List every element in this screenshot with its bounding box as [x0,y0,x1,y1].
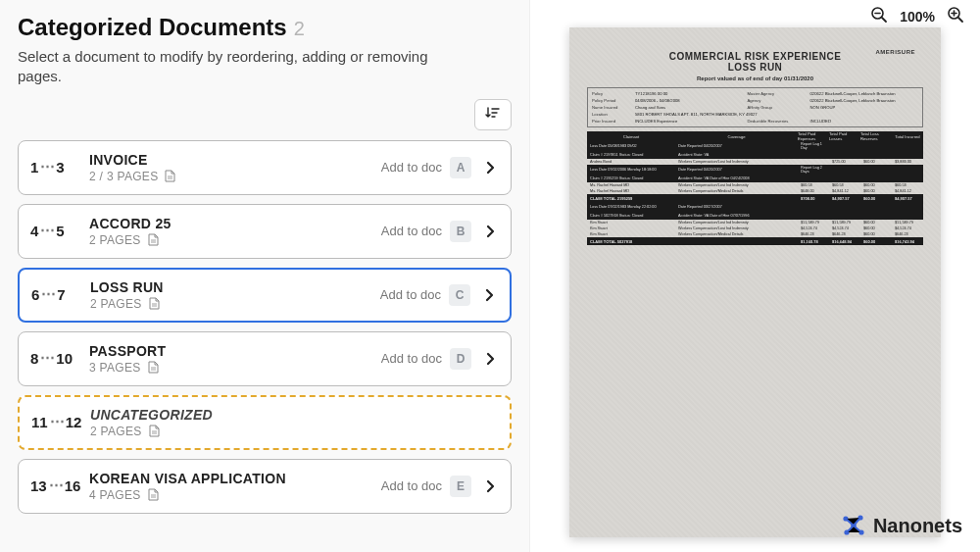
nanonets-icon [841,513,866,538]
page-count-label: 2 PAGES [90,425,142,438]
preview-logo: AMERISURE [875,49,915,55]
file-icon [165,170,176,183]
document-row[interactable]: 8⋯10 PASSPORT 3 PAGES Add to doc D [18,331,512,386]
file-icon [148,488,160,502]
file-icon [149,297,161,311]
page-count-label: 3 PAGES [89,361,141,375]
page-count-label: 4 PAGES [89,488,141,502]
zoom-level: 100% [900,9,935,25]
document-name: UNCATEGORIZED [90,407,500,423]
page-count-label: 2 / 3 PAGES [89,170,158,183]
doc-letter-badge: E [450,476,471,497]
document-name: KOREAN VISA APPLICATION [89,471,381,486]
page-range: 1⋯3 [30,159,89,176]
document-name: ACCORD 25 [89,216,381,231]
file-icon [148,361,160,375]
doc-letter-badge: D [450,348,471,370]
file-icon [148,233,160,247]
document-row[interactable]: 13⋯16 KOREAN VISA APPLICATION 4 PAGES Ad… [18,459,512,514]
sort-icon [485,106,501,124]
sort-button[interactable] [474,99,512,130]
zoom-in-button[interactable] [945,6,966,27]
page-subtitle: Select a document to modify by reorderin… [18,47,468,87]
preview-pane: 100% AMERISURE COMMERCIAL RISK EXPERIENC… [529,0,980,552]
add-to-doc-label: Add to doc [381,351,442,366]
page-range: 13⋯16 [30,477,89,495]
chevron-right-icon [479,225,501,238]
document-list: 1⋯3 INVOICE 2 / 3 PAGES Add to doc A 4⋯5… [18,140,512,514]
brand-logo: Nanonets [841,513,962,538]
document-row[interactable]: 6⋯7 LOSS RUN 2 PAGES Add to doc C [18,268,512,323]
add-to-doc-label: Add to doc [381,160,442,175]
zoom-controls: 100% [868,6,966,27]
zoom-in-icon [946,5,965,28]
document-name: LOSS RUN [90,279,380,295]
svg-line-13 [882,18,886,22]
chevron-right-icon [479,352,501,366]
doc-letter-badge: C [449,284,470,306]
preview-claims: Loss Date 05/08/1983 09/02Date Reported … [587,141,923,245]
preview-info-box: PolicyTY1218196 00 00 Master Agency02062… [587,87,923,127]
brand-text: Nanonets [873,515,962,537]
zoom-out-icon [869,5,889,28]
chevron-right-icon [478,288,500,302]
document-name: PASSPORT [89,343,381,359]
title-count: 2 [294,18,305,40]
document-row[interactable]: 1⋯3 INVOICE 2 / 3 PAGES Add to doc A [18,140,512,195]
page-range: 11⋯12 [31,414,90,431]
preview-table-header: Claimant Coverage Total Paid Expenses To… [587,131,923,141]
document-row[interactable]: 11⋯12 UNCATEGORIZED 2 PAGES [18,395,512,450]
page-range: 8⋯10 [30,350,89,368]
preview-title-1: COMMERCIAL RISK EXPERIENCE [587,51,923,62]
preview-valued-date: Report valued as of end of day 01/31/202… [587,75,923,81]
chevron-right-icon [479,161,501,175]
add-to-doc-label: Add to doc [380,287,441,302]
file-icon [149,425,161,438]
page-title: Categorized Documents [18,14,287,41]
document-preview: AMERISURE COMMERCIAL RISK EXPERIENCE LOS… [569,27,941,537]
preview-title-2: LOSS RUN [587,62,923,73]
svg-line-16 [958,18,962,22]
add-to-doc-label: Add to doc [381,478,442,493]
doc-letter-badge: B [450,221,471,242]
add-to-doc-label: Add to doc [381,224,442,238]
page-range: 4⋯5 [30,223,89,240]
document-name: INVOICE [89,152,381,168]
doc-letter-badge: A [450,157,471,178]
page-count-label: 2 PAGES [89,233,141,247]
document-row[interactable]: 4⋯5 ACCORD 25 2 PAGES Add to doc B [18,204,512,259]
page-range: 6⋯7 [31,286,90,304]
left-pane: Categorized Documents 2 Select a documen… [0,0,529,552]
page-count-label: 2 PAGES [90,297,142,311]
zoom-out-button[interactable] [868,6,890,27]
chevron-right-icon [479,479,501,493]
